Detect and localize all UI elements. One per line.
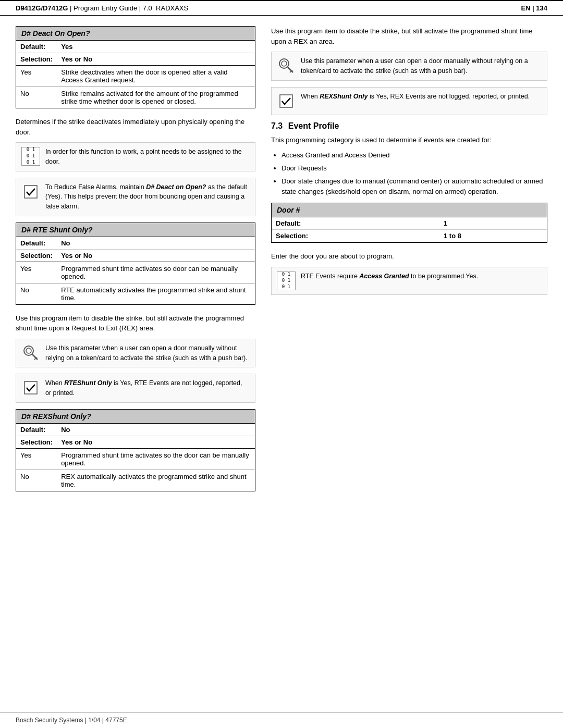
rte-selection-label: Selection: [16,249,57,262]
deact-selection-label: Selection: [16,53,57,66]
note-rex-check-text: When REXShunt Only is Yes, REX Events ar… [301,92,530,102]
check-icon-3 [277,92,296,110]
deact-selection-value: Yes or No [57,53,255,66]
note-rex-key: Use this parameter when a user can open … [271,52,547,81]
deact-no-option: No [16,87,57,108]
door-para: Enter the door you are about to program. [271,251,547,262]
section-deact-title: D# Deact On Open? [16,27,255,41]
rex-no-row: No REX automatically activates the progr… [16,470,255,491]
rte-shunt-table: Default: No Selection: Yes or No Yes Pro… [16,237,255,304]
note-rte-key: Use this parameter when a user can open … [16,339,255,368]
rte-no-row: No RTE automatically activates the progr… [16,283,255,304]
rex-selection-row: Selection: Yes or No [16,436,255,448]
event-profile-number: 7.3 [271,121,283,130]
page: D9412G/D7412G | Program Entry Guide | 7.… [0,0,563,728]
rte-para: Use this program item to disable the str… [16,313,255,334]
rex-default-label: Default: [16,424,57,436]
deact-selection-row: Selection: Yes or No [16,53,255,66]
svg-line-5 [36,357,37,359]
svg-rect-6 [25,381,37,394]
deact-no-desc: Strike remains activated for the amount … [57,87,255,108]
door-selection-label: Selection: [272,230,439,242]
deact-yes-option: Yes [16,66,57,87]
rex-yes-desc: Programmed shunt time activates so the d… [57,448,255,470]
rte-selection-value: Yes or No [57,249,255,262]
note-deact-prog-text: In order for this function to work, a po… [45,147,250,167]
note-deact-check: To Reduce False Alarms, maintain D# Deac… [16,178,255,216]
door-default-value: 1 [439,217,547,230]
bullet-3: Door state changes due to manual (comman… [282,176,547,198]
section-door-num: Door # Default: 1 Selection: 1 to 8 [271,203,547,243]
door-selection-value: 1 to 8 [439,230,547,242]
key-icon-1 [21,343,40,362]
rex-default-value: No [57,424,255,436]
deact-yes-desc: Strike deactivates when the door is open… [57,66,255,87]
svg-point-7 [279,59,289,68]
rte-default-value: No [57,237,255,250]
deact-default-value: Yes [57,41,255,53]
svg-point-2 [26,348,31,353]
check-icon-2 [21,378,40,397]
rte-no-desc: RTE automatically activates the programm… [57,283,255,304]
rte-default-label: Default: [16,237,57,250]
section-rte-shunt: D# RTE Shunt Only? Default: No Selection… [16,223,255,305]
door-selection-row: Selection: 1 to 8 [272,230,547,242]
door-num-table: Default: 1 Selection: 1 to 8 [272,217,547,242]
event-profile-para: This programming category is used to det… [271,135,547,145]
note-rte-check: When RTEShunt Only is Yes, RTE Events ar… [16,374,255,403]
deact-default-label: Default: [16,41,57,53]
section-deact-on-open: D# Deact On Open? Default: Yes Selection… [16,26,255,108]
note-rex-check: When REXShunt Only is Yes, REX Events ar… [271,87,547,115]
rex-shunt-table: Default: No Selection: Yes or No Yes Pro… [16,424,255,491]
page-header: D9412G/D7412G | Program Entry Guide | 7.… [0,0,563,16]
svg-line-11 [291,70,292,71]
header-guide: | Program Entry Guide | 7.0 RADXAXS [70,4,188,12]
rte-yes-desc: Programmed shunt time activates so door … [57,262,255,283]
section-deact-table: Default: Yes Selection: Yes or No Yes St… [16,41,255,108]
deact-yes-row: Yes Strike deactivates when the door is … [16,66,255,87]
bullet-2: Door Requests [282,163,547,174]
event-profile-bullets: Access Granted and Access Denied Door Re… [282,150,547,198]
door-default-label: Default: [272,217,439,230]
rex-yes-row: Yes Programmed shunt time activates so t… [16,448,255,470]
deact-no-row: No Strike remains activated for the amou… [16,87,255,108]
deact-label-row: Default: Yes [16,41,255,53]
main-content: D# Deact On Open? Default: Yes Selection… [0,16,563,712]
prog-icon-2: 0 1 0 1 0 1 [277,272,296,290]
header-right: EN | 134 [521,4,547,12]
note-deact-check-text: To Reduce False Alarms, maintain D# Deac… [45,182,250,212]
rex-selection-label: Selection: [16,436,57,448]
note-rte-key-text: Use this parameter when a user can open … [45,343,250,363]
svg-rect-12 [280,95,292,107]
bullet-1: Access Granted and Access Denied [282,150,547,161]
rte-no-option: No [16,283,57,304]
door-num-title: Door # [272,203,547,217]
door-default-row: Default: 1 [272,217,547,230]
footer-text: Bosch Security Systems | 1/04 | 47775E [16,717,127,724]
header-product: D9412G/D7412G [16,4,68,12]
svg-point-8 [282,61,287,66]
key-icon-2 [277,56,296,75]
svg-point-1 [24,346,33,355]
note-door-prog-text: RTE Events require Access Granted to be … [301,272,478,281]
rex-yes-option: Yes [16,448,57,470]
event-profile-heading: 7.3 Event Profile [271,121,547,131]
svg-line-4 [34,359,35,360]
prog-icon-1: 0 1 0 1 0 1 [21,147,40,166]
note-door-prog: 0 1 0 1 0 1 RTE Events require Access Gr… [271,267,547,295]
deact-para: Determines if the strike deactivates imm… [16,117,255,137]
header-left: D9412G/D7412G | Program Entry Guide | 7.… [16,4,188,12]
rte-selection-row: Selection: Yes or No [16,249,255,262]
rex-shunt-title: D# REXShunt Only? [16,410,255,424]
section-rex-shunt: D# REXShunt Only? Default: No Selection:… [16,409,255,491]
left-column: D# Deact On Open? Default: Yes Selection… [16,26,255,701]
rex-selection-value: Yes or No [57,436,255,448]
rex-no-desc: REX automatically activates the programm… [57,470,255,491]
rte-default-row: Default: No [16,237,255,250]
rex-no-option: No [16,470,57,491]
rte-yes-row: Yes Programmed shunt time activates so d… [16,262,255,283]
right-column: Use this program item to disable the str… [271,26,547,701]
rex-right-para1: Use this program item to disable the str… [271,26,547,46]
page-footer: Bosch Security Systems | 1/04 | 47775E [0,712,563,728]
note-rte-check-text: When RTEShunt Only is Yes, RTE Events ar… [45,378,250,398]
